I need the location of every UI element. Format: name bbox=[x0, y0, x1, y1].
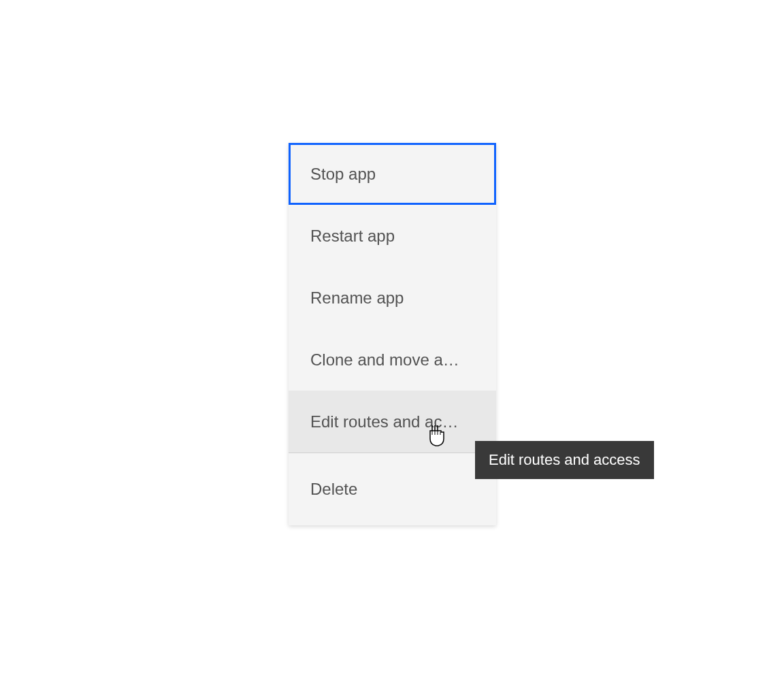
menu-item-label: Stop app bbox=[310, 165, 376, 184]
menu-item-edit-routes[interactable]: Edit routes and ac… bbox=[289, 391, 496, 453]
menu-item-label: Delete bbox=[310, 480, 357, 499]
menu-item-rename-app[interactable]: Rename app bbox=[289, 267, 496, 329]
menu-item-label: Edit routes and ac… bbox=[310, 412, 458, 431]
menu-item-stop-app[interactable]: Stop app bbox=[289, 143, 496, 205]
menu-item-label: Restart app bbox=[310, 227, 395, 246]
menu-item-label: Clone and move a… bbox=[310, 350, 459, 370]
menu-item-label: Rename app bbox=[310, 289, 404, 308]
menu-item-delete[interactable]: Delete bbox=[289, 453, 496, 525]
context-menu: Stop app Restart app Rename app Clone an… bbox=[289, 143, 496, 525]
menu-item-restart-app[interactable]: Restart app bbox=[289, 205, 496, 267]
tooltip-text: Edit routes and access bbox=[489, 451, 640, 468]
tooltip: Edit routes and access bbox=[475, 441, 654, 479]
menu-item-clone-move-app[interactable]: Clone and move a… bbox=[289, 329, 496, 391]
